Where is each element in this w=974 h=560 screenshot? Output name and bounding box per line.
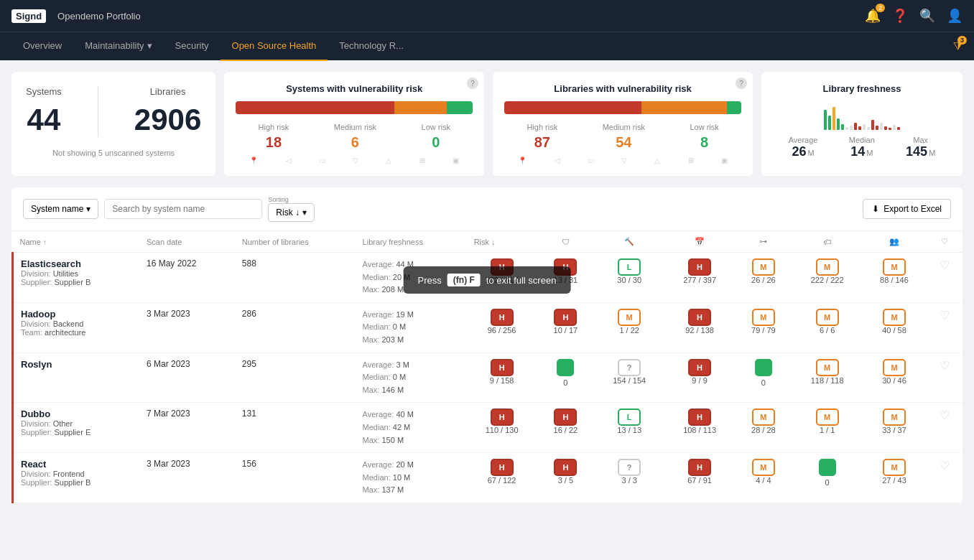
table-row: Dubbo Division: OtherSupplier: Supplier … (13, 403, 963, 453)
cell-c5: 0 (792, 453, 863, 503)
cell-heart[interactable]: ♡ (926, 353, 963, 403)
cell-c2: L 13 / 13 (594, 403, 664, 453)
libraries-vuln-help[interactable]: ? (736, 78, 747, 89)
libraries-bar-medium (641, 101, 727, 114)
heart-icon[interactable]: ♡ (940, 360, 950, 372)
heart-icon[interactable]: ♡ (940, 409, 950, 421)
systems-vuln-icons: 📍 ◁ ▭ ▽ △ ⊞ ▣ (236, 157, 473, 164)
calendar-col-icon: 📅 (695, 237, 705, 246)
cell-risk: H 67 / 122 (467, 453, 537, 503)
cell-heart[interactable]: ♡ (926, 453, 963, 503)
table-row: Elasticsearch Division: UtilitiesSupplie… (13, 253, 963, 303)
heart-icon[interactable]: ♡ (940, 259, 950, 271)
th-badge: 🏷 (792, 231, 863, 253)
shield-col-icon: 🛡 (562, 238, 570, 246)
cell-heart[interactable]: ♡ (926, 302, 963, 353)
calendar-icon: ▭ (319, 157, 325, 164)
cell-c1: H 3 / 5 (537, 453, 595, 503)
lib-arrow-icon: ◁ (555, 157, 560, 164)
lib-group-icon: ⊞ (688, 157, 694, 164)
up-icon: △ (386, 157, 391, 164)
box-icon: ▣ (453, 157, 459, 164)
table-area: System name ▾ Sorting Risk ↓ ▾ ⬇ Export … (11, 187, 963, 503)
heart-col-icon: ♡ (941, 237, 948, 246)
cell-name: Roslyn (13, 353, 139, 403)
freshness-card: Library freshness (761, 72, 963, 176)
cell-freshness: Average: 40 M Median: 42 M Max: 150 M (356, 403, 467, 453)
th-library-freshness[interactable]: Library freshness (356, 231, 467, 253)
freshness-title: Library freshness (773, 83, 951, 94)
heart-icon[interactable]: ♡ (940, 309, 950, 322)
cell-freshness: Average: 19 M Median: 0 M Max: 203 M (356, 302, 467, 353)
lib-arrowup-icon: △ (654, 157, 660, 164)
libraries-low-stat: Low risk 8 (690, 123, 718, 151)
download-icon: ⬇ (872, 204, 879, 214)
freshness-average: Average 26 M (789, 136, 818, 159)
libraries-vuln-title: Libraries with vulnerability risk (504, 83, 741, 94)
cell-name: Dubbo Division: OtherSupplier: Supplier … (13, 403, 139, 453)
cell-c1: H 13 / 31 (537, 253, 595, 303)
heart-icon[interactable]: ♡ (940, 459, 950, 472)
tab-overview[interactable]: Overview (11, 32, 73, 61)
group-icon: ⊞ (419, 157, 425, 164)
cell-num-libraries: 131 (235, 403, 356, 453)
cell-c5: M 222 / 222 (792, 253, 863, 303)
systems-bar-low (447, 101, 473, 114)
filter-icon[interactable]: ⧩ 3 (953, 40, 963, 53)
filter-col-icon: ⊶ (759, 237, 767, 246)
notifications-badge: 2 (876, 4, 885, 12)
sorting-dropdown[interactable]: Risk ↓ ▾ (268, 203, 315, 222)
top-nav: Signd Opendemo Portfolio 🔔 2 ❓ 🔍 👤 (0, 0, 974, 32)
th-heart: ♡ (926, 231, 963, 253)
cell-freshness: Average: 44 M Median: 20 M Max: 208 M (356, 253, 467, 303)
libraries-metric: Libraries 2906 (134, 86, 201, 137)
cell-heart[interactable]: ♡ (926, 253, 963, 303)
libraries-high-stat: High risk 87 (527, 123, 557, 151)
cell-c6: M 30 / 46 (863, 353, 927, 403)
cell-c2: ? 3 / 3 (594, 453, 664, 503)
data-table: Name ↑ Scan date Number of libraries Lib… (11, 231, 963, 503)
cell-risk: H 282 / 513 (467, 253, 537, 303)
not-showing-note: Not showing 5 unscanned systems (26, 149, 201, 157)
cell-c2: M 1 / 22 (594, 302, 664, 353)
arrow-down-icon: ▽ (353, 157, 358, 164)
th-name[interactable]: Name ↑ (13, 231, 139, 253)
th-scan-date[interactable]: Scan date (139, 231, 235, 253)
systems-bar-medium (394, 101, 447, 114)
search-input[interactable] (104, 199, 262, 219)
notifications-icon[interactable]: 🔔 2 (865, 8, 881, 24)
pin-icon: 📍 (249, 157, 258, 164)
portfolio-title: Opendemo Portfolio (57, 11, 141, 22)
arrow-left-icon: ◁ (286, 157, 292, 164)
cell-c3: H 92 / 138 (664, 302, 735, 353)
th-filter: ⊶ (735, 231, 792, 253)
tab-maintainability[interactable]: Maintainability ▾ (73, 32, 163, 61)
export-button[interactable]: ⬇ Export to Excel (863, 199, 951, 219)
tab-technology[interactable]: Technology R... (328, 32, 415, 61)
libraries-vuln-icons: 📍 ◁ ▭ ▽ △ ⊞ ▣ (504, 157, 741, 164)
table-row: React Division: FrontendSupplier: Suppli… (13, 453, 963, 503)
people-col-icon: 👥 (889, 237, 899, 246)
user-icon[interactable]: 👤 (947, 8, 963, 24)
th-num-libraries[interactable]: Number of libraries (235, 231, 356, 253)
cell-num-libraries: 286 (235, 302, 356, 353)
tab-security[interactable]: Security (164, 32, 221, 61)
system-name-dropdown[interactable]: System name ▾ (23, 199, 98, 219)
th-risk[interactable]: Risk ↓ (467, 231, 537, 253)
cell-c6: M 27 / 43 (863, 453, 927, 503)
libraries-vuln-card: ? Libraries with vulnerability risk High… (493, 72, 753, 176)
freshness-max: Max 145 M (906, 136, 935, 159)
cell-risk: H 9 / 158 (467, 353, 537, 403)
search-icon[interactable]: 🔍 (919, 8, 935, 24)
systems-libraries-card: Systems 44 Libraries 2906 Not showing 5 … (11, 72, 215, 176)
logo-box: Signd (11, 9, 46, 23)
libraries-value: 2906 (134, 103, 201, 137)
tab-open-source-health[interactable]: Open Source Health (221, 32, 328, 61)
libraries-vuln-bar (504, 101, 741, 114)
cell-heart[interactable]: ♡ (926, 403, 963, 453)
systems-medium-stat: Medium risk 6 (334, 123, 376, 151)
help-icon[interactable]: ❓ (892, 8, 908, 24)
systems-vuln-help[interactable]: ? (467, 78, 478, 89)
th-people: 👥 (863, 231, 927, 253)
cell-c5: M 118 / 118 (792, 353, 863, 403)
